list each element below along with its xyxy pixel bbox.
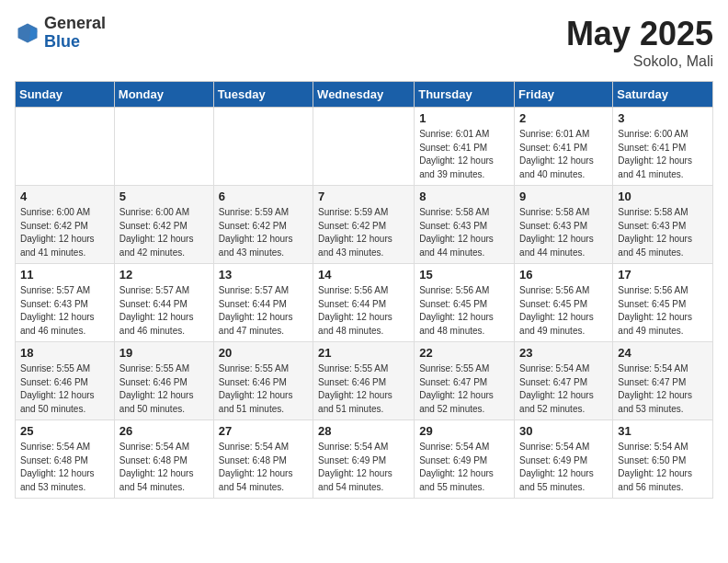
calendar-cell: 28Sunrise: 5:54 AM Sunset: 6:49 PM Dayli… [313, 420, 415, 499]
calendar-cell [114, 108, 213, 186]
day-content: Sunrise: 5:58 AM Sunset: 6:43 PM Dayligh… [618, 206, 708, 259]
day-number: 17 [618, 268, 708, 282]
weekday-header-monday: Monday [114, 82, 213, 108]
day-content: Sunrise: 5:56 AM Sunset: 6:45 PM Dayligh… [419, 284, 509, 338]
calendar-cell: 21Sunrise: 5:55 AM Sunset: 6:46 PM Dayli… [313, 342, 415, 420]
calendar-cell: 20Sunrise: 5:55 AM Sunset: 6:46 PM Dayli… [213, 342, 313, 420]
day-number: 12 [119, 268, 209, 282]
day-number: 13 [219, 268, 308, 282]
day-content: Sunrise: 5:57 AM Sunset: 6:43 PM Dayligh… [20, 284, 109, 338]
calendar-cell: 5Sunrise: 6:00 AM Sunset: 6:42 PM Daylig… [114, 186, 213, 264]
calendar-cell: 17Sunrise: 5:56 AM Sunset: 6:45 PM Dayli… [613, 264, 713, 342]
day-content: Sunrise: 6:00 AM Sunset: 6:41 PM Dayligh… [618, 128, 708, 181]
day-number: 29 [419, 424, 509, 438]
day-number: 20 [219, 346, 308, 360]
day-number: 23 [519, 346, 608, 360]
page-header: General Blue May 2025 Sokolo, Mali [15, 15, 713, 70]
day-number: 31 [618, 424, 708, 438]
calendar-cell [313, 108, 415, 186]
day-content: Sunrise: 5:55 AM Sunset: 6:46 PM Dayligh… [318, 362, 409, 416]
day-content: Sunrise: 5:54 AM Sunset: 6:48 PM Dayligh… [20, 441, 109, 494]
logo: General Blue [15, 15, 106, 52]
calendar-cell: 14Sunrise: 5:56 AM Sunset: 6:44 PM Dayli… [313, 264, 415, 342]
day-content: Sunrise: 5:55 AM Sunset: 6:46 PM Dayligh… [119, 362, 209, 416]
day-content: Sunrise: 5:56 AM Sunset: 6:44 PM Dayligh… [318, 284, 409, 338]
day-content: Sunrise: 5:58 AM Sunset: 6:43 PM Dayligh… [519, 206, 608, 259]
calendar-cell: 7Sunrise: 5:59 AM Sunset: 6:42 PM Daylig… [313, 186, 415, 264]
day-content: Sunrise: 5:57 AM Sunset: 6:44 PM Dayligh… [119, 284, 209, 338]
day-number: 15 [419, 268, 509, 282]
day-number: 16 [519, 268, 608, 282]
logo-general: General [44, 15, 106, 33]
logo-text: General Blue [44, 15, 106, 52]
calendar-table: SundayMondayTuesdayWednesdayThursdayFrid… [15, 81, 713, 499]
day-number: 18 [20, 346, 109, 360]
day-number: 1 [419, 111, 509, 125]
day-content: Sunrise: 6:01 AM Sunset: 6:41 PM Dayligh… [519, 128, 608, 181]
weekday-header-wednesday: Wednesday [313, 82, 415, 108]
logo-blue: Blue [44, 33, 106, 52]
day-content: Sunrise: 5:56 AM Sunset: 6:45 PM Dayligh… [519, 284, 608, 338]
weekday-header-friday: Friday [515, 82, 613, 108]
calendar-cell: 3Sunrise: 6:00 AM Sunset: 6:41 PM Daylig… [613, 108, 713, 186]
day-number: 7 [318, 190, 409, 203]
day-content: Sunrise: 5:54 AM Sunset: 6:49 PM Dayligh… [318, 441, 409, 494]
day-content: Sunrise: 5:58 AM Sunset: 6:43 PM Dayligh… [419, 206, 509, 259]
calendar-cell [16, 108, 115, 186]
calendar-header: SundayMondayTuesdayWednesdayThursdayFrid… [16, 82, 713, 108]
day-content: Sunrise: 5:55 AM Sunset: 6:46 PM Dayligh… [219, 362, 308, 416]
day-content: Sunrise: 5:54 AM Sunset: 6:49 PM Dayligh… [419, 441, 509, 494]
calendar-week-3: 11Sunrise: 5:57 AM Sunset: 6:43 PM Dayli… [16, 264, 713, 342]
day-number: 22 [419, 346, 509, 360]
day-content: Sunrise: 5:54 AM Sunset: 6:47 PM Dayligh… [519, 362, 608, 416]
day-content: Sunrise: 6:00 AM Sunset: 6:42 PM Dayligh… [119, 206, 209, 259]
day-number: 3 [618, 111, 708, 125]
calendar-cell: 27Sunrise: 5:54 AM Sunset: 6:48 PM Dayli… [213, 420, 313, 499]
day-content: Sunrise: 5:54 AM Sunset: 6:48 PM Dayligh… [119, 441, 209, 494]
calendar-week-5: 25Sunrise: 5:54 AM Sunset: 6:48 PM Dayli… [16, 420, 713, 499]
calendar-cell: 25Sunrise: 5:54 AM Sunset: 6:48 PM Dayli… [16, 420, 115, 499]
calendar-cell: 22Sunrise: 5:55 AM Sunset: 6:47 PM Dayli… [415, 342, 515, 420]
calendar-cell: 19Sunrise: 5:55 AM Sunset: 6:46 PM Dayli… [114, 342, 213, 420]
day-number: 28 [318, 424, 409, 438]
day-number: 19 [119, 346, 209, 360]
calendar-week-2: 4Sunrise: 6:00 AM Sunset: 6:42 PM Daylig… [16, 186, 713, 264]
calendar-cell: 24Sunrise: 5:54 AM Sunset: 6:47 PM Dayli… [613, 342, 713, 420]
day-number: 14 [318, 268, 409, 282]
calendar-cell: 2Sunrise: 6:01 AM Sunset: 6:41 PM Daylig… [515, 108, 613, 186]
calendar-cell: 1Sunrise: 6:01 AM Sunset: 6:41 PM Daylig… [415, 108, 515, 186]
weekday-header-thursday: Thursday [415, 82, 515, 108]
month-year-title: May 2025 [566, 15, 713, 53]
calendar-cell: 26Sunrise: 5:54 AM Sunset: 6:48 PM Dayli… [114, 420, 213, 499]
calendar-cell: 4Sunrise: 6:00 AM Sunset: 6:42 PM Daylig… [16, 186, 115, 264]
calendar-cell: 11Sunrise: 5:57 AM Sunset: 6:43 PM Dayli… [16, 264, 115, 342]
day-content: Sunrise: 5:55 AM Sunset: 6:46 PM Dayligh… [20, 362, 109, 416]
weekday-header-tuesday: Tuesday [213, 82, 313, 108]
calendar-cell [213, 108, 313, 186]
calendar-cell: 31Sunrise: 5:54 AM Sunset: 6:50 PM Dayli… [613, 420, 713, 499]
day-content: Sunrise: 5:55 AM Sunset: 6:47 PM Dayligh… [419, 362, 509, 416]
day-number: 5 [119, 190, 209, 203]
day-content: Sunrise: 5:59 AM Sunset: 6:42 PM Dayligh… [219, 206, 308, 259]
calendar-week-4: 18Sunrise: 5:55 AM Sunset: 6:46 PM Dayli… [16, 342, 713, 420]
day-number: 8 [419, 190, 509, 203]
day-number: 10 [618, 190, 708, 203]
day-content: Sunrise: 6:00 AM Sunset: 6:42 PM Dayligh… [20, 206, 109, 259]
calendar-week-1: 1Sunrise: 6:01 AM Sunset: 6:41 PM Daylig… [16, 108, 713, 186]
day-content: Sunrise: 6:01 AM Sunset: 6:41 PM Dayligh… [419, 128, 509, 181]
day-content: Sunrise: 5:59 AM Sunset: 6:42 PM Dayligh… [318, 206, 409, 259]
day-number: 11 [20, 268, 109, 282]
calendar-cell: 8Sunrise: 5:58 AM Sunset: 6:43 PM Daylig… [415, 186, 515, 264]
calendar-cell: 10Sunrise: 5:58 AM Sunset: 6:43 PM Dayli… [613, 186, 713, 264]
day-content: Sunrise: 5:54 AM Sunset: 6:50 PM Dayligh… [618, 441, 708, 494]
day-number: 25 [20, 424, 109, 438]
day-number: 4 [20, 190, 109, 203]
calendar-cell: 30Sunrise: 5:54 AM Sunset: 6:49 PM Dayli… [515, 420, 613, 499]
day-content: Sunrise: 5:57 AM Sunset: 6:44 PM Dayligh… [219, 284, 308, 338]
calendar-body: 1Sunrise: 6:01 AM Sunset: 6:41 PM Daylig… [16, 108, 713, 499]
calendar-cell: 15Sunrise: 5:56 AM Sunset: 6:45 PM Dayli… [415, 264, 515, 342]
day-content: Sunrise: 5:54 AM Sunset: 6:48 PM Dayligh… [219, 441, 308, 494]
day-number: 6 [219, 190, 308, 203]
day-number: 2 [519, 111, 608, 125]
day-number: 27 [219, 424, 308, 438]
